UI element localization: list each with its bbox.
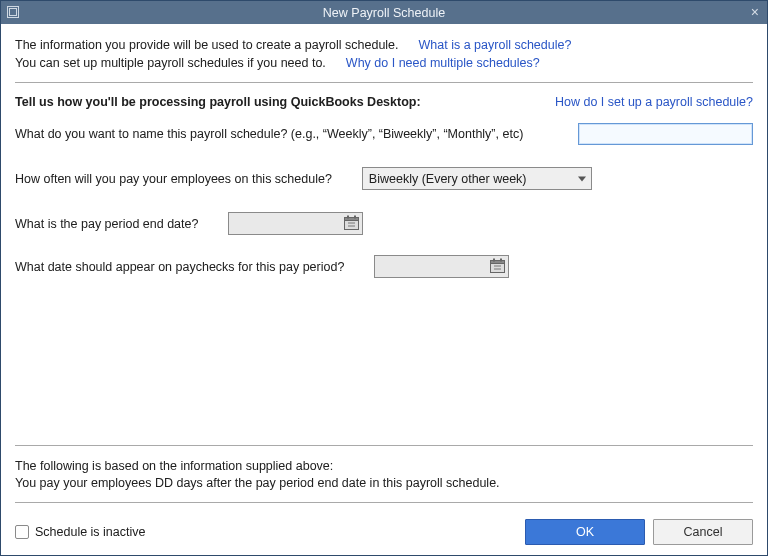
link-why-multiple-schedules[interactable]: Why do I need multiple schedules? [346, 54, 540, 72]
summary-block: The following is based on the informatio… [15, 458, 753, 492]
row-schedule-name: What do you want to name this payroll sc… [15, 123, 753, 145]
svg-rect-3 [354, 216, 356, 219]
link-what-is-payroll-schedule[interactable]: What is a payroll schedule? [419, 36, 572, 54]
frequency-value: Biweekly (Every other week) [369, 172, 527, 186]
label-frequency: How often will you pay your employees on… [15, 172, 332, 186]
section-heading: Tell us how you'll be processing payroll… [15, 95, 421, 109]
svg-rect-2 [347, 216, 349, 219]
link-how-setup-schedule[interactable]: How do I set up a payroll schedule? [555, 95, 753, 109]
svg-rect-7 [491, 261, 505, 264]
close-icon[interactable]: × [751, 3, 759, 21]
svg-rect-1 [345, 218, 359, 221]
window-title: New Payroll Schedule [1, 6, 767, 20]
inactive-label: Schedule is inactive [35, 525, 145, 539]
period-end-date-input[interactable] [228, 212, 363, 235]
row-paycheck-date: What date should appear on paychecks for… [15, 255, 753, 278]
svg-rect-8 [493, 259, 495, 262]
svg-rect-9 [500, 259, 502, 262]
summary-line-1: The following is based on the informatio… [15, 458, 753, 475]
row-period-end: What is the pay period end date? [15, 212, 753, 235]
label-schedule-name: What do you want to name this payroll sc… [15, 127, 523, 141]
divider [15, 445, 753, 446]
paycheck-date-input[interactable] [374, 255, 509, 278]
cancel-button[interactable]: Cancel [653, 519, 753, 545]
ok-button[interactable]: OK [525, 519, 645, 545]
inactive-checkbox[interactable]: Schedule is inactive [15, 525, 145, 539]
intro-line-2: You can set up multiple payroll schedule… [15, 54, 326, 72]
new-payroll-schedule-dialog: New Payroll Schedule × The information y… [0, 0, 768, 556]
row-frequency: How often will you pay your employees on… [15, 167, 753, 190]
summary-line-2: You pay your employees DD days after the… [15, 475, 753, 492]
titlebar: New Payroll Schedule × [1, 1, 767, 24]
checkbox-icon [15, 525, 29, 539]
restore-icon[interactable] [7, 6, 19, 18]
calendar-icon[interactable] [490, 258, 505, 273]
label-paycheck-date: What date should appear on paychecks for… [15, 260, 344, 274]
frequency-select[interactable]: Biweekly (Every other week) [362, 167, 592, 190]
intro-block: The information you provide will be used… [15, 36, 753, 72]
divider [15, 502, 753, 503]
label-period-end: What is the pay period end date? [15, 217, 198, 231]
schedule-name-input[interactable] [578, 123, 753, 145]
footer: Schedule is inactive OK Cancel [15, 515, 753, 545]
section-header: Tell us how you'll be processing payroll… [15, 95, 753, 109]
intro-line-1: The information you provide will be used… [15, 36, 399, 54]
dialog-content: The information you provide will be used… [1, 24, 767, 555]
divider [15, 82, 753, 83]
calendar-icon[interactable] [344, 215, 359, 230]
